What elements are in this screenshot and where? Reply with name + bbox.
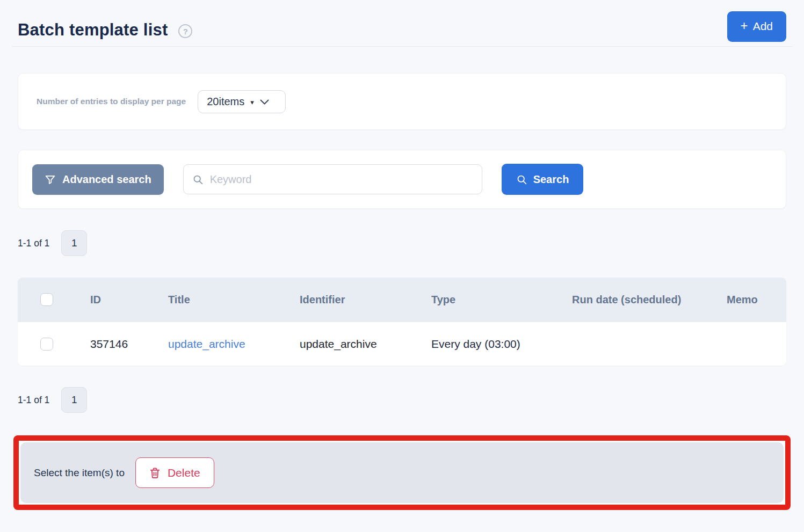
column-header-run-date: Run date (scheduled) <box>572 294 727 306</box>
search-card: Advanced search Search <box>18 150 786 209</box>
column-header-id: ID <box>90 294 168 306</box>
row-checkbox[interactable] <box>40 338 53 351</box>
row-identifier: update_archive <box>300 338 431 351</box>
per-page-select-value: 20items <box>207 96 244 108</box>
chevron-down-icon <box>260 99 269 105</box>
advanced-search-button[interactable]: Advanced search <box>32 164 164 195</box>
keyword-input-wrap <box>183 164 482 194</box>
search-button[interactable]: Search <box>502 164 584 195</box>
plus-icon: + <box>741 19 748 32</box>
delete-button[interactable]: Delete <box>135 457 214 488</box>
delete-button-label: Delete <box>168 467 200 479</box>
pagination-bottom: 1-1 of 1 1 <box>18 387 786 413</box>
search-icon <box>192 174 204 185</box>
pagination-page-1-button[interactable]: 1 <box>61 387 87 413</box>
trash-icon <box>149 467 161 479</box>
per-page-select[interactable]: 20items ▾ <box>198 90 286 113</box>
bulk-action-label: Select the item(s) to <box>34 467 125 479</box>
column-header-memo: Memo <box>727 294 786 306</box>
help-icon[interactable]: ? <box>178 24 192 38</box>
filter-funnel-icon <box>45 174 56 185</box>
bulk-action-bar: Select the item(s) to Delete <box>20 442 784 503</box>
row-title-link[interactable]: update_archive <box>168 338 300 351</box>
keyword-input[interactable] <box>210 173 473 186</box>
column-header-type: Type <box>431 294 572 306</box>
per-page-label: Number of entries to display per page <box>37 97 186 106</box>
table-header-row: ID Title Identifier Type Run date (sched… <box>18 278 786 322</box>
batch-template-table: ID Title Identifier Type Run date (sched… <box>18 278 786 366</box>
page-header: Batch template list ? + Add <box>18 0 786 45</box>
row-type: Every day (03:00) <box>431 338 572 351</box>
column-header-identifier: Identifier <box>300 294 431 306</box>
page-title: Batch template list <box>18 20 168 40</box>
select-all-checkbox[interactable] <box>40 293 53 306</box>
batch-template-list-page: Batch template list ? + Add Number of en… <box>0 0 804 510</box>
header-checkbox-cell <box>18 293 90 306</box>
table-row: 357146 update_archive update_archive Eve… <box>18 322 786 366</box>
pagination-range-label: 1-1 of 1 <box>18 395 49 406</box>
column-header-title: Title <box>168 294 300 306</box>
pagination-top: 1-1 of 1 1 <box>18 230 786 256</box>
add-button-label: Add <box>753 20 773 33</box>
select-caret-icon: ▾ <box>250 98 254 106</box>
search-icon <box>516 174 527 185</box>
header-divider <box>12 46 792 47</box>
row-id: 357146 <box>90 338 168 351</box>
add-button[interactable]: + Add <box>727 11 786 42</box>
row-checkbox-cell <box>18 338 90 351</box>
search-button-label: Search <box>533 173 569 186</box>
advanced-search-label: Advanced search <box>62 173 151 186</box>
pagination-page-1-button[interactable]: 1 <box>61 230 87 256</box>
per-page-card: Number of entries to display per page 20… <box>18 73 786 130</box>
annotation-red-box: Select the item(s) to Delete <box>13 435 791 510</box>
pagination-range-label: 1-1 of 1 <box>18 238 49 249</box>
